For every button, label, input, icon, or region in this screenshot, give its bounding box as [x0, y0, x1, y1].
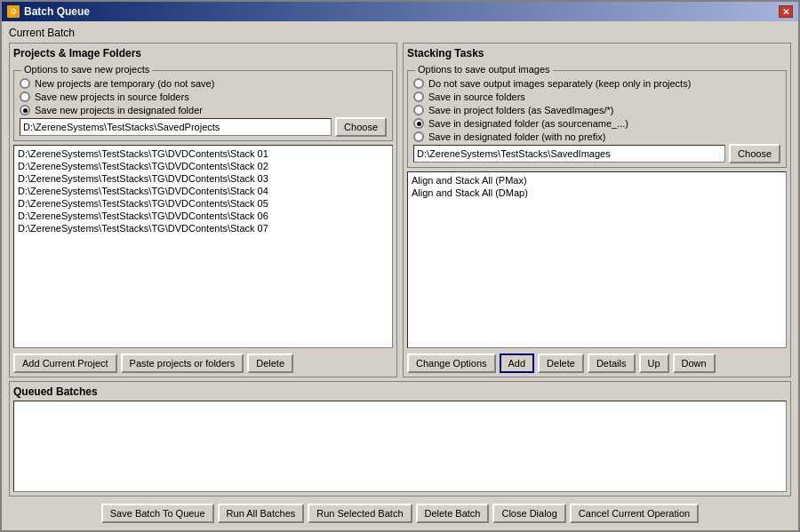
list-item[interactable]: D:\ZereneSystems\TestStacks\TG\DVDConten… — [16, 172, 390, 185]
run-selected-batch-button[interactable]: Run Selected Batch — [308, 504, 412, 523]
list-item[interactable]: D:\ZereneSystems\TestStacks\TG\DVDConten… — [16, 185, 390, 197]
radio-circle-temp — [20, 78, 30, 89]
bottom-btn-row: Save Batch To Queue Run All Batches Run … — [9, 500, 791, 525]
stacking-down-button[interactable]: Down — [673, 353, 716, 373]
projects-folder-path-row: Choose — [20, 117, 387, 137]
projects-panel-title: Projects & Image Folders — [13, 47, 393, 60]
radio-label-save-source: Save in source folders — [428, 91, 525, 102]
stacking-delete-button[interactable]: Delete — [538, 353, 584, 373]
radio-item-save-designated[interactable]: Save in designated folder (as sourcename… — [413, 118, 780, 129]
projects-choose-button[interactable]: Choose — [335, 117, 387, 137]
save-batch-button[interactable]: Save Batch To Queue — [101, 504, 214, 523]
radio-item-save-project[interactable]: Save in project folders (as SavedImages/… — [413, 105, 780, 115]
stacking-task-list[interactable]: Align and Stack All (PMax) Align and Sta… — [407, 171, 787, 348]
stacking-choose-button[interactable]: Choose — [729, 144, 780, 163]
list-item[interactable]: D:\ZereneSystems\TestStacks\TG\DVDConten… — [16, 197, 390, 210]
two-panels: Projects & Image Folders Options to save… — [9, 43, 791, 377]
projects-options-legend: Options to save new projects — [21, 64, 152, 75]
radio-label-source: Save new projects in source folders — [35, 91, 189, 102]
stacking-options-legend: Options to save output images — [415, 64, 553, 75]
radio-circle-save-source — [413, 91, 424, 102]
radio-item-source[interactable]: Save new projects in source folders — [20, 91, 387, 102]
radio-label-save-project: Save in project folders (as SavedImages/… — [428, 105, 614, 115]
radio-circle-no-save — [413, 78, 424, 89]
radio-label-save-designated: Save in designated folder (as sourcename… — [428, 118, 628, 129]
app-icon: ⚙ — [7, 5, 20, 18]
stacking-up-button[interactable]: Up — [639, 353, 669, 373]
projects-folder-input[interactable] — [20, 118, 332, 136]
radio-item-save-no-prefix[interactable]: Save in designated folder (with no prefi… — [413, 131, 780, 142]
stacking-panel: Stacking Tasks Options to save output im… — [403, 43, 791, 377]
close-dialog-button[interactable]: Close Dialog — [492, 504, 565, 523]
queued-section: Queued Batches — [9, 381, 791, 496]
projects-btn-row: Add Current Project Paste projects or fo… — [13, 353, 393, 373]
radio-circle-save-project — [413, 105, 424, 115]
projects-delete-button[interactable]: Delete — [247, 353, 293, 373]
radio-circle-designated — [20, 105, 30, 115]
task-item-pmax[interactable]: Align and Stack All (PMax) — [410, 174, 784, 187]
title-bar: ⚙ Batch Queue ✕ — [2, 2, 798, 21]
radio-label-save-no-prefix: Save in designated folder (with no prefi… — [428, 131, 605, 142]
radio-circle-save-no-prefix — [413, 131, 424, 142]
window-title: Batch Queue — [24, 5, 90, 18]
stacking-folder-path-row: Choose — [413, 144, 780, 163]
stacking-panel-title: Stacking Tasks — [407, 47, 787, 60]
stacking-options-group: Options to save output images Do not sav… — [407, 70, 787, 168]
projects-radio-group: New projects are temporary (do not save)… — [20, 78, 387, 115]
projects-file-list[interactable]: D:\ZereneSystems\TestStacks\TG\DVDConten… — [13, 145, 393, 348]
list-item[interactable]: D:\ZereneSystems\TestStacks\TG\DVDConten… — [16, 147, 390, 160]
paste-projects-button[interactable]: Paste projects or folders — [121, 353, 244, 373]
stacking-folder-input[interactable] — [413, 145, 725, 163]
close-button[interactable]: ✕ — [779, 5, 793, 18]
cancel-operation-button[interactable]: Cancel Current Operation — [570, 504, 699, 523]
radio-circle-source — [20, 91, 30, 102]
batch-queue-window: ⚙ Batch Queue ✕ Current Batch Projects &… — [0, 0, 800, 532]
stacking-add-button[interactable]: Add — [500, 353, 535, 373]
radio-item-save-source[interactable]: Save in source folders — [413, 91, 780, 102]
add-current-project-button[interactable]: Add Current Project — [13, 353, 117, 373]
window-content: Current Batch Projects & Image Folders O… — [2, 21, 798, 530]
delete-batch-button[interactable]: Delete Batch — [416, 504, 490, 523]
list-item[interactable]: D:\ZereneSystems\TestStacks\TG\DVDConten… — [16, 222, 390, 234]
queued-list[interactable] — [13, 401, 787, 492]
list-item[interactable]: D:\ZereneSystems\TestStacks\TG\DVDConten… — [16, 160, 390, 172]
radio-item-designated[interactable]: Save new projects in designated folder — [20, 105, 387, 115]
current-batch-label: Current Batch — [9, 27, 791, 39]
radio-item-no-save[interactable]: Do not save output images separately (ke… — [413, 78, 780, 89]
run-all-batches-button[interactable]: Run All Batches — [218, 504, 305, 523]
stacking-btn-row: Change Options Add Delete Details Up Dow… — [407, 353, 787, 373]
radio-label-temp: New projects are temporary (do not save) — [35, 78, 214, 89]
radio-item-temp[interactable]: New projects are temporary (do not save) — [20, 78, 387, 89]
radio-label-designated: Save new projects in designated folder — [35, 105, 203, 115]
stacking-radio-group: Do not save output images separately (ke… — [413, 78, 780, 142]
list-item[interactable]: D:\ZereneSystems\TestStacks\TG\DVDConten… — [16, 210, 390, 222]
queued-title: Queued Batches — [13, 385, 787, 398]
radio-circle-save-designated — [413, 118, 424, 129]
task-item-dmap[interactable]: Align and Stack All (DMap) — [410, 187, 784, 199]
radio-label-no-save: Do not save output images separately (ke… — [428, 78, 691, 89]
projects-panel: Projects & Image Folders Options to save… — [9, 43, 397, 377]
change-options-button[interactable]: Change Options — [407, 353, 496, 373]
stacking-details-button[interactable]: Details — [588, 353, 636, 373]
title-bar-left: ⚙ Batch Queue — [7, 5, 90, 18]
projects-options-group: Options to save new projects New project… — [13, 70, 393, 141]
